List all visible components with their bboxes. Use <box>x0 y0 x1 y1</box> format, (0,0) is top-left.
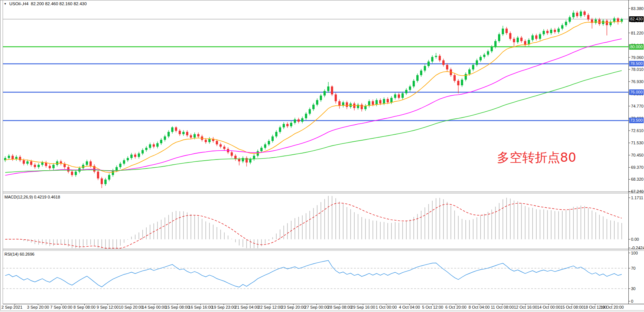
price-axis-label: 74.770 <box>631 104 644 108</box>
window-bottom-band <box>0 310 644 312</box>
time-axis-label: 27 Sep 00:00 <box>305 305 329 309</box>
macd-axis-label: 0.00 <box>631 237 639 242</box>
time-axis-label: 3 Sep 20:00 <box>27 305 49 309</box>
time-axis-label: 7 Sep 00:00 <box>50 305 72 309</box>
window-left-border-inner <box>3 0 3 304</box>
macd-panel[interactable] <box>3 194 628 249</box>
time-axis-label: 1 Oct 00:00 <box>376 305 397 309</box>
rsi-axis-label: 30 <box>631 286 635 291</box>
price-axis-label: 69.370 <box>631 165 644 170</box>
time-axis-label: 23 Sep 20:00 <box>281 305 305 309</box>
current-price-badge: 82.430 <box>629 16 644 22</box>
time-axis-label: 14 Oct 00:00 <box>537 305 560 309</box>
panel-splitter-rsi[interactable] <box>3 249 644 250</box>
symbol-dropdown-icon[interactable]: ▼ <box>4 2 7 6</box>
mt4-chart-window: 2 Sep 20213 Sep 20:007 Sep 00:008 Sep 08… <box>0 0 644 312</box>
rsi-panel[interactable] <box>3 251 628 304</box>
time-axis-label: 19 Sep 23:00 <box>212 305 236 309</box>
price-axis-label: 70.450 <box>631 153 644 157</box>
level-price-badge: 76.000 <box>629 89 644 95</box>
time-axis-label: 21 Sep 04:00 <box>235 305 259 309</box>
symbol-info: ▼ USOil-,H4 82.200 82.460 82.160 82.430 <box>4 1 87 6</box>
time-axis-label: 19 Oct 20:00 <box>601 305 624 309</box>
time-axis-label: 15 Oct 08:00 <box>560 305 584 309</box>
price-axis-label: 68.320 <box>631 177 644 181</box>
price-axis-label: 83.380 <box>631 6 644 11</box>
rsi-axis-label: 0 <box>631 299 633 303</box>
price-axis-label: 81.220 <box>631 31 644 35</box>
time-axis-label: 15 Sep 08:00 <box>165 305 189 309</box>
level-price-badge: 80.000 <box>629 44 644 50</box>
time-axis-label: 10 Sep 20:00 <box>119 305 143 309</box>
time-axis-label: 8 Oct 04:00 <box>469 305 490 309</box>
macd-label: MACD(12,26,9) 0.4219 0.4618 <box>4 195 60 199</box>
window-left-border <box>0 0 0 312</box>
time-axis-label: 5 Oct 12:00 <box>422 305 443 309</box>
main-macd-separator-line2 <box>3 193 644 194</box>
price-axis-label: 72.610 <box>631 128 644 133</box>
price-axis-label: 78.010 <box>631 67 644 72</box>
price-axis-label: 76.930 <box>631 79 644 84</box>
time-axis-label: 4 Oct 04:00 <box>399 305 420 309</box>
price-axis-label: 79.060 <box>631 55 644 60</box>
time-axis-label: 28 Sep 08:00 <box>328 305 352 309</box>
price-axis-label: 67.240 <box>631 189 644 194</box>
time-axis-label: 11 Oct 08:00 <box>491 305 514 309</box>
macd-axis-label: 1.1711 <box>631 196 643 200</box>
time-axis-label: 12 Oct 16:00 <box>514 305 537 309</box>
annotation-text[interactable]: 多空转折点80 <box>497 149 576 166</box>
level-price-badge: 73.500 <box>629 118 644 123</box>
price-axis-label: 71.530 <box>631 141 644 145</box>
time-axis-label: 9 Sep 12:00 <box>97 305 118 309</box>
panel-splitter-macd[interactable] <box>3 192 644 193</box>
time-axis-label: 8 Sep 08:00 <box>74 305 95 309</box>
time-axis-label: 16 Sep 16:00 <box>188 305 212 309</box>
level-price-badge: 78.500 <box>629 61 644 66</box>
rsi-axis-label: 70 <box>631 266 635 270</box>
time-axis-label: 22 Sep 12:00 <box>258 305 282 309</box>
time-axis-label: 14 Sep 00:00 <box>142 305 166 309</box>
time-axis-label: 2 Sep 2021 <box>1 305 22 309</box>
rsi-axis-label: 100 <box>631 251 638 255</box>
time-axis[interactable]: 2 Sep 20213 Sep 20:007 Sep 00:008 Sep 08… <box>0 304 644 310</box>
window-top-border <box>0 0 644 0</box>
time-axis-label: 6 Oct 20:00 <box>445 305 466 309</box>
time-axis-label: 29 Sep 16:00 <box>351 305 375 309</box>
macd-rsi-separator-line2 <box>3 250 644 251</box>
macd-axis-label: -0.2424 <box>631 246 644 250</box>
rsi-label: RSI(14) 60.2696 <box>4 252 35 256</box>
symbol-ohlc-label: USOil-,H4 82.200 82.460 82.160 82.430 <box>9 1 87 6</box>
